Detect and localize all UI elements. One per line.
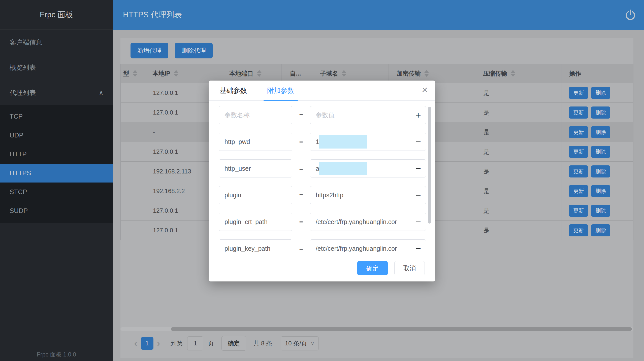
sidebar-subitem[interactable]: HTTPS <box>0 164 113 183</box>
param-value-input[interactable] <box>310 186 426 204</box>
update-button[interactable]: 更新 <box>569 224 588 236</box>
cell-actions: 更新 删除 <box>562 142 633 161</box>
param-row: = − <box>219 159 435 177</box>
page-title: HTTPS 代理列表 <box>123 10 182 20</box>
equals-sign: = <box>292 245 310 252</box>
column-header[interactable]: 操作 <box>562 64 633 83</box>
param-value-input[interactable] <box>310 106 426 124</box>
delete-button[interactable]: 删除 <box>591 224 610 236</box>
column-header[interactable]: 压缩传输 <box>475 64 562 83</box>
param-name-input[interactable] <box>219 239 292 254</box>
sidebar-subitem[interactable]: TCP <box>0 107 113 126</box>
delete-button[interactable]: 删除 <box>591 87 610 99</box>
sidebar-subitem[interactable]: HTTP <box>0 145 113 164</box>
add-proxy-button[interactable]: 新增代理 <box>131 43 168 58</box>
param-value-wrap: + <box>310 106 426 124</box>
column-header-label: 本地端口 <box>229 69 253 78</box>
update-button[interactable]: 更新 <box>569 146 588 158</box>
param-row-action-icon[interactable]: − <box>415 164 421 173</box>
goto-confirm-button[interactable]: 确定 <box>221 336 246 351</box>
sidebar-submenu: TCP UDP HTTP HTTPS STCP S <box>0 105 113 223</box>
prev-page-icon[interactable]: ‹ <box>131 339 141 348</box>
param-row-action-icon[interactable]: − <box>415 217 421 227</box>
tab-extra-params-label: 附加参数 <box>267 86 294 95</box>
page-number-button[interactable]: 1 <box>141 337 153 350</box>
update-button[interactable]: 更新 <box>569 87 588 99</box>
param-row: = − <box>219 133 435 151</box>
param-row-action-icon[interactable]: − <box>415 137 421 147</box>
column-header[interactable]: 自... <box>282 64 312 83</box>
cell-compress: 是 <box>475 221 562 240</box>
param-value-input[interactable] <box>310 239 426 254</box>
sort-icon[interactable] <box>342 70 346 77</box>
delete-button[interactable]: 删除 <box>591 106 610 119</box>
update-button[interactable]: 更新 <box>569 126 588 138</box>
column-header[interactable]: 本地端口 <box>221 64 282 83</box>
cell-compress: 是 <box>475 142 562 161</box>
sort-icon[interactable] <box>174 70 178 77</box>
cell-type <box>121 103 144 122</box>
param-value-input[interactable] <box>310 213 426 231</box>
sidebar-subitem[interactable]: STCP <box>0 183 113 201</box>
sidebar-item[interactable]: 客户端信息 <box>0 30 113 55</box>
sidebar-subitem-label: HTTPS <box>10 169 31 177</box>
param-name-input[interactable] <box>219 106 292 124</box>
param-name-input[interactable] <box>219 213 292 231</box>
param-name-input[interactable] <box>219 186 292 204</box>
update-button[interactable]: 更新 <box>569 106 588 119</box>
confirm-button[interactable]: 确定 <box>357 261 388 275</box>
sidebar-item-label: 代理列表 <box>10 88 36 97</box>
param-row: = − <box>219 186 435 204</box>
column-header[interactable]: 型 <box>121 64 144 83</box>
tab-extra-params[interactable]: 附加参数 <box>266 81 295 100</box>
page-size-select[interactable]: 10 条/页 ∨ <box>281 336 319 350</box>
sidebar-item[interactable]: 概览列表 <box>0 55 113 80</box>
param-row-action-icon[interactable]: − <box>415 190 421 200</box>
delete-proxy-button[interactable]: 删除代理 <box>175 43 213 58</box>
cell-actions: 更新 删除 <box>562 83 633 102</box>
goto-suffix-label: 页 <box>208 339 214 347</box>
column-header[interactable]: 本地IP <box>144 64 221 83</box>
column-header[interactable]: 加密传输 <box>389 64 475 83</box>
close-icon[interactable]: ✕ <box>422 86 428 94</box>
delete-button[interactable]: 删除 <box>591 185 610 197</box>
horizontal-scrollbar-thumb[interactable] <box>171 327 632 331</box>
app-version: Frpc 面板 1.0.0 <box>0 351 113 358</box>
cell-actions: 更新 删除 <box>562 201 633 220</box>
redaction-highlight <box>319 135 367 149</box>
param-name-input[interactable] <box>219 133 292 151</box>
param-name-input[interactable] <box>219 159 292 177</box>
redaction-highlight <box>319 162 367 175</box>
cell-actions: 更新 删除 <box>562 103 633 122</box>
tab-basic-params[interactable]: 基础参数 <box>219 81 248 100</box>
horizontal-scrollbar[interactable] <box>120 327 633 331</box>
delete-button[interactable]: 删除 <box>591 205 610 217</box>
delete-button[interactable]: 删除 <box>591 126 610 138</box>
power-icon[interactable] <box>624 8 637 21</box>
sort-icon[interactable] <box>257 70 262 77</box>
column-header-label: 子域名 <box>320 69 338 78</box>
sort-icon[interactable] <box>511 70 515 77</box>
sidebar-item[interactable]: 代理列表 ∧ <box>0 80 113 105</box>
chevron-down-icon: ∨ <box>311 340 314 346</box>
sidebar-subitem[interactable]: UDP <box>0 126 113 145</box>
cancel-button[interactable]: 取消 <box>394 261 425 275</box>
param-row-action-icon[interactable]: − <box>415 244 421 253</box>
update-button[interactable]: 更新 <box>569 185 588 197</box>
cell-compress: 是 <box>475 83 562 102</box>
proxy-params-dialog: 基础参数 附加参数 ✕ = + <box>209 81 435 281</box>
sidebar-subitem[interactable]: SUDP <box>0 201 113 220</box>
equals-sign: = <box>292 138 310 146</box>
next-page-icon[interactable]: › <box>153 339 164 348</box>
delete-button[interactable]: 删除 <box>591 146 610 158</box>
sort-icon[interactable] <box>424 70 429 77</box>
goto-page-input[interactable] <box>187 336 203 350</box>
update-button[interactable]: 更新 <box>569 205 588 217</box>
update-button[interactable]: 更新 <box>569 165 588 177</box>
sort-icon[interactable] <box>133 70 137 77</box>
param-row-action-icon[interactable]: + <box>415 110 421 120</box>
sidebar-menu: 客户端信息 概览列表 代理列表 ∧ <box>0 30 113 105</box>
dialog-scrollbar-thumb[interactable] <box>428 107 431 224</box>
delete-button[interactable]: 删除 <box>591 165 610 177</box>
column-header[interactable]: 子域名 <box>312 64 389 83</box>
